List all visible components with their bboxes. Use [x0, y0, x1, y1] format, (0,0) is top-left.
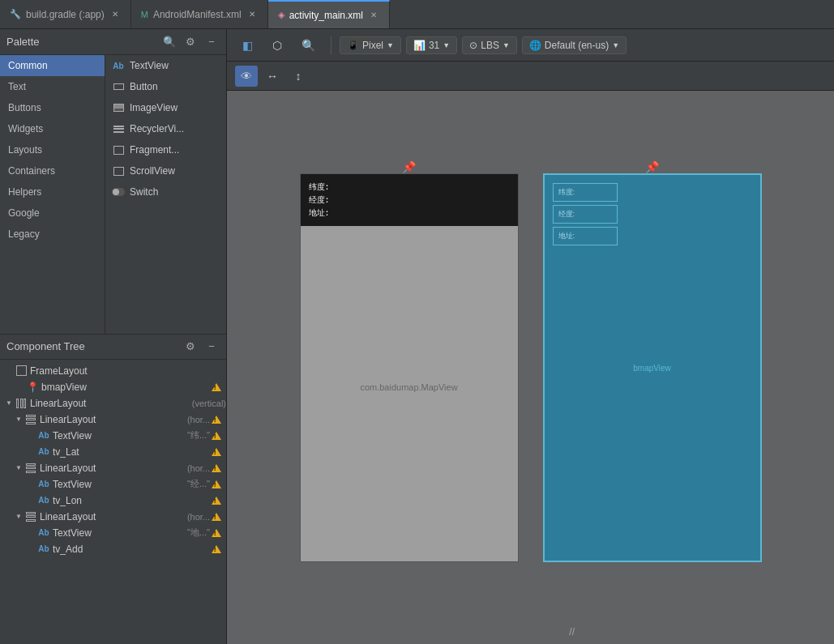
palette-item-textview[interactable]: Ab TextView [105, 55, 226, 76]
linear-v-label: LinearLayout [30, 398, 189, 409]
tv-add-icon: Ab [37, 543, 50, 556]
tree-arrow-tv-add [26, 544, 37, 555]
component-tree-content: FrameLayout 📍 bmapView ▼ [0, 360, 226, 645]
device-chevron: ▼ [387, 41, 394, 49]
tree-item-textview-add-label[interactable]: Ab TextView "地..." [0, 525, 226, 541]
tree-item-tv-lon[interactable]: Ab tv_Lon [0, 493, 226, 509]
palette-cat-helpers[interactable]: Helpers [0, 181, 105, 203]
view-toolbar: 👁 ↔ ↕ [227, 62, 834, 91]
palette-content: Common Text Buttons Widgets Layouts Cont… [0, 55, 226, 334]
gradle-icon: 🔧 [10, 9, 21, 19]
layer-toolbar-btn[interactable]: ◧ [235, 36, 260, 55]
blueprint-widgets: 纬度: 经度: 地址: [545, 175, 760, 254]
tree-arrow-linear-v: ▼ [3, 398, 15, 409]
palette-settings-btn[interactable]: ⚙ [182, 34, 199, 50]
unit-icon: ⊙ [469, 40, 477, 51]
close-tab-activity-main[interactable]: ✕ [368, 10, 379, 21]
unit-dropdown[interactable]: ⊙ LBS ▼ [462, 36, 517, 54]
device-dropdown[interactable]: 📱 Pixel ▼ [340, 36, 401, 54]
palette-item-switch[interactable]: Switch [105, 181, 226, 203]
close-tab-manifest[interactable]: ✕ [246, 9, 258, 20]
tree-item-bmap-view[interactable]: 📍 bmapView [0, 379, 226, 395]
switch-icon [112, 186, 125, 198]
design-canvas: 📌 纬度:经度:地址: com.baidumap.MapView 📌 [227, 91, 834, 644]
scrollview-icon [112, 164, 125, 177]
view-split-btn[interactable]: ↔ [261, 66, 284, 87]
linear-h3-warn [210, 510, 223, 523]
tree-item-textview-lat-label[interactable]: Ab TextView "纬..." [0, 428, 226, 444]
tree-item-linear-h2[interactable]: ▼ LinearLayout (hor... [0, 460, 226, 476]
tv-add-warn [210, 543, 223, 556]
component-tree-collapse-btn[interactable]: − [203, 339, 220, 355]
linear-h3-icon [24, 510, 37, 523]
palette-item-scrollview[interactable]: ScrollView [105, 160, 226, 181]
tv-lat-warn [210, 446, 223, 458]
tv-lon-label-label: TextView [53, 479, 184, 490]
palette-cat-google[interactable]: Google [0, 203, 105, 224]
tv-lon-label: tv_Lon [53, 495, 210, 506]
palette-item-button[interactable]: Button [105, 76, 226, 97]
blueprint-screen[interactable]: 纬度: 经度: 地址: bmapView [543, 173, 762, 562]
palette-item-fragment[interactable]: Fragment... [105, 139, 226, 160]
locale-dropdown[interactable]: 🌐 Default (en-us) ▼ [522, 36, 627, 54]
tab-activity-main[interactable]: ◈ activity_main.xml ✕ [268, 0, 390, 28]
api-icon: 📊 [413, 40, 426, 51]
linear-v-sublabel: (vertical) [192, 399, 226, 408]
palette-categories: Common Text Buttons Widgets Layouts Cont… [0, 55, 105, 334]
resize-handle[interactable]: // [569, 626, 575, 638]
api-dropdown[interactable]: 📊 31 ▼ [406, 36, 457, 54]
blueprint-center-label: bmapView [633, 363, 671, 372]
tree-item-tv-add[interactable]: Ab tv_Add [0, 541, 226, 557]
phone-center-label: com.baidumap.MapView [360, 382, 457, 392]
palette-cat-legacy[interactable]: Legacy [0, 224, 105, 245]
palette-actions: 🔍 ⚙ − [161, 34, 220, 50]
left-panel: Palette 🔍 ⚙ − Common Text Buttons [0, 29, 227, 644]
palette-cat-text[interactable]: Text [0, 76, 105, 97]
palette-cat-widgets[interactable]: Widgets [0, 118, 105, 139]
palette-search-btn[interactable]: 🔍 [161, 34, 177, 50]
tv-lon-icon: Ab [37, 494, 50, 507]
palette-items: Ab TextView Button ImageView [105, 55, 226, 334]
palette-item-recyclerview[interactable]: RecyclerVi... [105, 118, 226, 139]
zoom-toolbar-btn[interactable]: 🔍 [294, 36, 323, 55]
linear-h1-icon [24, 413, 37, 426]
locale-chevron: ▼ [612, 41, 619, 49]
tree-arrow-linear-h3: ▼ [13, 511, 24, 522]
view-blueprint-btn[interactable]: ↕ [287, 66, 310, 87]
palette-item-imageview[interactable]: ImageView [105, 97, 226, 118]
tab-build-gradle[interactable]: 🔧 build.gradle (:app) ✕ [0, 0, 131, 28]
palette-collapse-btn[interactable]: − [203, 34, 220, 50]
palette-title: Palette [6, 36, 161, 48]
design-toolbar: ◧ ⬡ 🔍 📱 Pixel ▼ 📊 31 ▼ ⊙ LBS ▼ [227, 29, 834, 62]
close-tab-gradle[interactable]: ✕ [109, 9, 121, 20]
component-tree-settings-btn[interactable]: ⚙ [182, 339, 199, 355]
tv-lat-label-label: TextView [53, 430, 184, 441]
lasso-toolbar-btn[interactable]: ⬡ [265, 36, 289, 55]
palette-cat-common[interactable]: Common [0, 55, 105, 76]
palette-cat-containers[interactable]: Containers [0, 160, 105, 181]
linear-h2-sublabel: (hor... [187, 463, 210, 473]
tree-item-linear-h1[interactable]: ▼ LinearLayout (hor... [0, 412, 226, 428]
main-layout: Palette 🔍 ⚙ − Common Text Buttons [0, 29, 834, 644]
tree-item-tv-lat[interactable]: Ab tv_Lat [0, 444, 226, 460]
tree-item-textview-lon-label[interactable]: Ab TextView "经..." [0, 476, 226, 493]
blueprint-widget-0: 纬度: [553, 183, 618, 202]
linear-h1-warn [210, 413, 223, 426]
tv-lon-label-sublabel: "经..." [187, 478, 210, 490]
view-design-btn[interactable]: 👁 [235, 66, 258, 87]
palette-cat-buttons[interactable]: Buttons [0, 97, 105, 118]
blueprint-widget-2: 地址: [553, 227, 618, 245]
palette-header: Palette 🔍 ⚙ − [0, 29, 226, 55]
tree-item-linear-v[interactable]: ▼ LinearLayout (vertical) [0, 395, 226, 412]
xml-icon: ◈ [278, 10, 284, 20]
tree-arrow-bmap [15, 382, 26, 393]
tree-item-frame-layout[interactable]: FrameLayout [0, 363, 226, 379]
phone-header-text: 纬度:经度:地址: [309, 181, 510, 220]
component-tree-actions: ⚙ − [182, 339, 220, 355]
tv-lat-label: tv_Lat [53, 446, 210, 458]
phone-screen[interactable]: 纬度:经度:地址: com.baidumap.MapView [300, 173, 519, 562]
button-icon [112, 80, 125, 93]
palette-cat-layouts[interactable]: Layouts [0, 139, 105, 160]
tab-android-manifest[interactable]: M AndroidManifest.xml ✕ [131, 0, 268, 28]
tree-item-linear-h3[interactable]: ▼ LinearLayout (hor... [0, 509, 226, 525]
